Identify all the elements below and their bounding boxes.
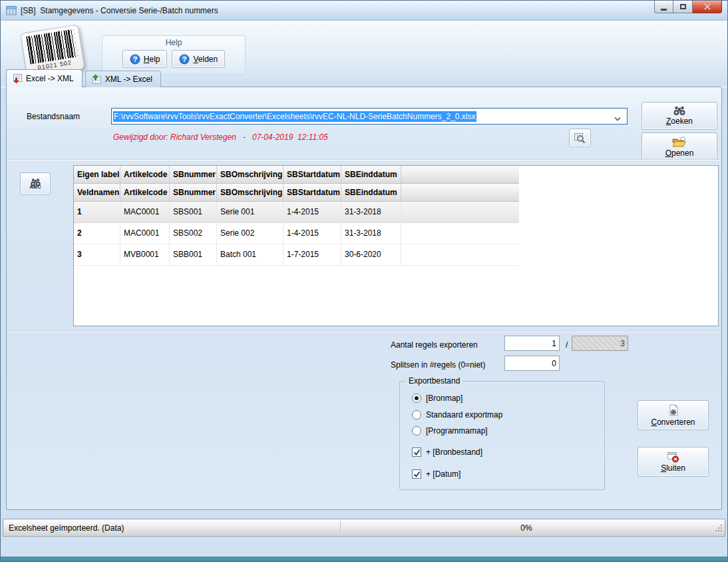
grid-header-cell: SBEinddatum: [341, 184, 401, 202]
grid-header-cell: SBOmschrijving: [217, 166, 283, 184]
abc-search-button[interactable]: ABC: [20, 172, 51, 195]
radio-icon[interactable]: [412, 426, 421, 435]
grid-cell[interactable]: 1: [74, 202, 120, 223]
question-icon: ?: [130, 54, 140, 65]
grid-header-cell: SBnummer: [170, 184, 217, 202]
radio-bronmap[interactable]: [Bronmap]: [412, 394, 462, 403]
main-panel: Bestandsnaam F:\rvvSoftware\rvvTools\rvv…: [6, 87, 722, 510]
grid-cell[interactable]: MAC0001: [120, 202, 170, 223]
checkbox-checked-icon[interactable]: [412, 469, 421, 479]
grid-cell[interactable]: MVB0001: [120, 244, 170, 266]
tab-label: XML -> Excel: [105, 75, 152, 84]
maximize-button[interactable]: [673, 1, 693, 13]
table-row[interactable]: 1 MAC0001 SBS001 Serie 001 1-4-2015 31-3…: [74, 202, 519, 223]
help-group-title: Help: [102, 38, 245, 47]
app-window: [SB] Stamgegevens - Conversie Serie-/Bat…: [0, 0, 728, 562]
radio-icon[interactable]: [412, 410, 421, 420]
radio-selected-icon[interactable]: [412, 394, 421, 403]
grid-cell[interactable]: Serie 002: [217, 223, 283, 244]
grid-cell-filler: [401, 202, 519, 223]
tab-strip: Excel -> XML XML -> Excel: [6, 69, 161, 87]
svg-text:?: ?: [132, 55, 137, 63]
excel-to-xml-icon: [12, 73, 23, 84]
close-button[interactable]: [693, 1, 722, 13]
table-row[interactable]: 3 MVB0001 SBB001 Batch 001 1-7-2015 30-6…: [74, 244, 519, 266]
minimize-button[interactable]: [654, 1, 673, 13]
rows-export-input[interactable]: [504, 336, 560, 351]
data-grid: Eigen labels Artikelcode SBnummer SBOmsc…: [73, 165, 719, 326]
radio-programmamap[interactable]: [Programmamap]: [412, 426, 488, 435]
grid-cell[interactable]: 3: [74, 244, 120, 266]
grid-cell[interactable]: MAC0001: [120, 223, 170, 244]
resize-grip[interactable]: [715, 524, 723, 534]
grid-cell[interactable]: 1-4-2015: [283, 223, 341, 244]
grid-cell-filler: [401, 223, 519, 244]
question-icon: ?: [179, 54, 190, 65]
grid-header-cell: SBOmschrijving: [217, 184, 283, 202]
checkbox-label: + [Datum]: [426, 469, 460, 479]
radio-standaard-exportmap[interactable]: Standaard exportmap: [412, 410, 502, 420]
grid-cell[interactable]: SBB001: [170, 244, 217, 266]
grid-header-cell: Veldnamen: [74, 184, 120, 202]
groupbox-legend: Exportbestand: [406, 376, 462, 386]
radio-label: [Bronmap]: [426, 394, 462, 403]
window-frame-bottom: [1, 557, 727, 561]
table-grid-icon: [6, 5, 17, 16]
grid-header-filler: [401, 184, 519, 202]
grid-header-cell: Artikelcode: [120, 184, 170, 202]
grid-search-icon: [574, 133, 586, 144]
openen-button[interactable]: Openen: [641, 133, 717, 160]
grid-header-cell: SBnummer: [170, 166, 217, 184]
window-controls: [654, 1, 722, 13]
grid-cell[interactable]: 31-3-2018: [341, 202, 401, 223]
chevron-down-icon[interactable]: [614, 115, 622, 124]
grid-header-row-labels: Eigen labels Artikelcode SBnummer SBOmsc…: [74, 166, 519, 184]
filename-value: F:\rvvSoftware\rvvTools\rvvExactConverte…: [113, 111, 476, 122]
sluiten-button[interactable]: Sluiten: [637, 447, 709, 477]
grid-cell[interactable]: Batch 001: [217, 244, 283, 266]
grid-header-filler: [401, 166, 519, 184]
binoculars-icon: [673, 106, 686, 116]
tab-excel-to-xml[interactable]: Excel -> XML: [6, 69, 83, 87]
grid-cell[interactable]: SBS002: [170, 223, 217, 244]
velden-button[interactable]: ? Velden: [172, 50, 225, 68]
grid-cell[interactable]: 2: [74, 223, 120, 244]
preview-button[interactable]: [569, 129, 591, 147]
statusbar: Excelsheet geïmporteerd. (Data) 0%: [3, 519, 725, 537]
open-folder-icon: [671, 136, 687, 148]
grid-header-cell: SBEinddatum: [341, 166, 401, 184]
filename-combobox[interactable]: F:\rvvSoftware\rvvTools\rvvExactConverte…: [111, 108, 628, 125]
grid-cell[interactable]: 31-3-2018: [341, 223, 401, 244]
rows-total-input: [572, 336, 628, 351]
grid-header-row-fieldnames: Veldnamen Artikelcode SBnummer SBOmschri…: [74, 184, 519, 202]
grid-cell[interactable]: 1-4-2015: [283, 202, 341, 223]
svg-text:?: ?: [182, 55, 187, 63]
grid-cell[interactable]: Serie 001: [217, 202, 283, 223]
split-label: Splitsen in #regels (0=niet): [391, 360, 485, 370]
checkbox-label: + [Bronbestand]: [426, 447, 482, 457]
window-title: [SB] Stamgegevens - Conversie Serie-/Bat…: [21, 6, 218, 15]
checkbox-datum[interactable]: + [Datum]: [412, 469, 460, 479]
slash-separator: /: [566, 340, 568, 350]
rows-export-label: Aantal regels exporteren: [391, 340, 478, 350]
table-row[interactable]: 2 MAC0001 SBS002 Serie 002 1-4-2015 31-3…: [74, 223, 519, 244]
checkbox-bronbestand[interactable]: + [Bronbestand]: [412, 447, 482, 457]
zoeken-button[interactable]: Zoeken: [641, 102, 717, 130]
converteren-button[interactable]: Converteren: [637, 400, 709, 430]
close-icon: [702, 3, 713, 11]
split-input[interactable]: [504, 356, 560, 371]
grid-header-cell: SBStartdatum: [283, 184, 341, 202]
radio-label: Standaard exportmap: [426, 410, 502, 420]
radio-label: [Programmamap]: [426, 426, 488, 435]
help-button[interactable]: ? Help: [122, 50, 168, 68]
checkbox-checked-icon[interactable]: [412, 447, 421, 457]
export-groupbox: Exportbestand [Bronmap] Standaard export…: [399, 381, 605, 490]
tab-xml-to-excel[interactable]: XML -> Excel: [85, 71, 161, 87]
grid-header-cell: Eigen labels: [74, 166, 120, 184]
grid-cell[interactable]: 30-6-2020: [341, 244, 401, 266]
grid-cell-filler: [401, 244, 519, 266]
grid-cell[interactable]: SBS001: [170, 202, 217, 223]
grid-cell[interactable]: 1-7-2015: [283, 244, 341, 266]
close-window-icon: [667, 451, 679, 463]
convert-document-icon: [667, 404, 679, 417]
